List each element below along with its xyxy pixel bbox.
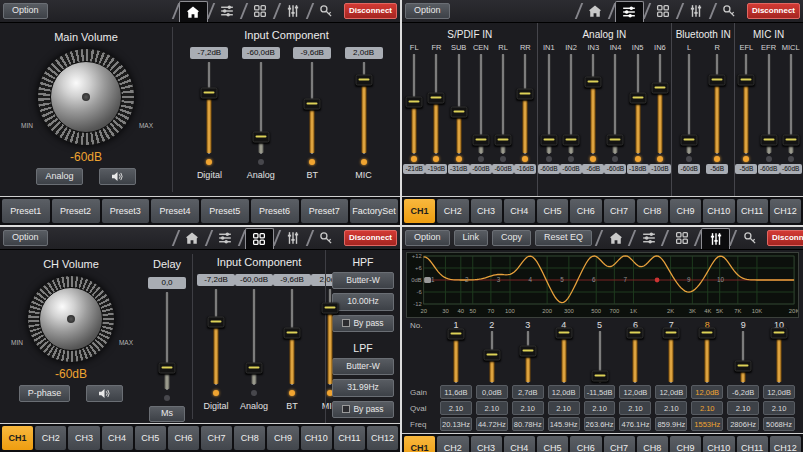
preset-tab-preset5[interactable]: Preset5 [201,199,249,223]
slider-knob[interactable] [607,135,624,146]
channel-tab-ch4[interactable]: CH4 [504,436,535,452]
nav-home-tab[interactable] [582,1,609,21]
preset-tab-preset6[interactable]: Preset6 [251,199,299,223]
band-9-freq-value[interactable]: 2806Hz [727,417,759,431]
mute-button[interactable] [99,168,136,185]
channel-tab-ch9[interactable]: CH9 [267,426,298,450]
channel-tab-ch4[interactable]: CH4 [102,426,133,450]
l-slider[interactable] [681,54,697,154]
band-9-slider[interactable] [735,331,751,383]
hpf-type-button[interactable]: Butter-W [332,272,394,289]
in5-slider[interactable] [630,54,646,154]
band-5-gain-value[interactable]: -11,5dB [584,385,616,399]
channel-tab-ch8[interactable]: CH8 [234,426,265,450]
channel-tab-ch3[interactable]: CH3 [471,436,502,452]
nav-matrix-tab[interactable] [247,1,274,21]
nav-mixer-tab[interactable] [635,228,662,248]
slider-knob[interactable] [201,88,218,99]
band-8-gain-value[interactable]: 12,0dB [691,385,723,399]
in1-slider[interactable] [541,54,557,154]
band-7-qval-value[interactable]: 2.10 [655,401,687,415]
digital-slider[interactable] [201,62,217,154]
slider-knob[interactable] [555,328,572,339]
digital-slider[interactable] [208,289,224,385]
slider-knob[interactable] [517,89,534,100]
option-button[interactable]: Option [405,230,450,246]
band-9-gain-value[interactable]: -6,2dB [727,385,759,399]
band-1-slider[interactable] [448,331,464,383]
slider-knob[interactable] [563,135,580,146]
option-button[interactable]: Option [3,230,48,246]
slider-knob[interactable] [629,93,646,104]
channel-tab-ch12[interactable]: CH12 [367,426,398,450]
in2-slider[interactable] [563,54,579,154]
channel-tab-ch4[interactable]: CH4 [504,199,535,223]
slider-knob[interactable] [651,83,668,94]
band-3-freq-value[interactable]: 80.78Hz [512,417,544,431]
band-2-freq-value[interactable]: 44.72Hz [476,417,508,431]
nav-home-tab[interactable] [179,1,208,22]
delay-unit-button[interactable]: Ms [149,406,185,422]
nav-matrix-tab[interactable] [668,228,695,248]
mic-slider[interactable] [322,289,338,385]
channel-tab-ch10[interactable]: CH10 [301,426,332,450]
micl-slider[interactable] [783,54,799,154]
disconnect-button[interactable]: Disconnect [344,230,397,247]
nav-mixer-tab[interactable] [212,228,239,248]
band-1-freq-value[interactable]: 20.13Hz [440,417,472,431]
slider-knob[interactable] [709,75,726,86]
channel-tab-ch1[interactable]: CH1 [404,199,435,223]
nav-mixer-tab[interactable] [615,1,644,22]
preset-tab-preset1[interactable]: Preset1 [2,199,50,223]
p-phase-button[interactable]: P-phase [19,385,71,402]
nav-key-tab[interactable] [716,1,743,21]
mic-slider[interactable] [356,62,372,154]
channel-tab-ch6[interactable]: CH6 [570,199,601,223]
option-button[interactable]: Option [3,3,48,19]
channel-tab-ch2[interactable]: CH2 [35,426,66,450]
r-slider[interactable] [709,54,725,154]
disconnect-button[interactable]: Disconnect [767,230,803,247]
ch-volume-knob[interactable]: MIN MAX [28,276,114,362]
in3-slider[interactable] [585,54,601,154]
band-10-gain-value[interactable]: 12,0dB [763,385,795,399]
band-8-qval-value[interactable]: 2.10 [691,401,723,415]
band-5-qval-value[interactable]: 2.10 [584,401,616,415]
slider-knob[interactable] [771,328,788,339]
in4-slider[interactable] [607,54,623,154]
band-4-freq-value[interactable]: 145.9Hz [548,417,580,431]
band-7-slider[interactable] [663,331,679,383]
sub-slider[interactable] [451,54,467,154]
band-10-qval-value[interactable]: 2.10 [763,401,795,415]
slider-knob[interactable] [304,99,321,110]
option-button[interactable]: Option [405,3,450,19]
analog-slider[interactable] [253,62,269,154]
band-1-qval-value[interactable]: 2.10 [440,401,472,415]
band-2-gain-value[interactable]: 0,0dB [476,385,508,399]
fr-slider[interactable] [428,54,444,154]
slider-knob[interactable] [246,362,263,373]
slider-knob[interactable] [322,303,339,314]
preset-tab-preset7[interactable]: Preset7 [301,199,349,223]
nav-home-tab[interactable] [179,228,206,248]
slider-knob[interactable] [450,107,467,118]
slider-knob[interactable] [159,363,176,374]
band-10-slider[interactable] [771,331,787,383]
slider-knob[interactable] [591,370,608,381]
slider-knob[interactable] [447,329,464,340]
channel-tab-ch8[interactable]: CH8 [637,199,668,223]
hpf-bypass-button[interactable]: By pass [332,315,394,332]
mute-button[interactable] [86,385,123,402]
band-4-gain-value[interactable]: 12,0dB [548,385,580,399]
lpf-type-button[interactable]: Butter-W [332,358,394,375]
nav-key-tab[interactable] [313,228,340,248]
lpf-bypass-button[interactable]: By pass [332,401,394,418]
nav-eq-tab[interactable] [701,228,730,249]
slider-knob[interactable] [585,77,602,88]
band-2-qval-value[interactable]: 2.10 [476,401,508,415]
cen-slider[interactable] [473,54,489,154]
channel-tab-ch8[interactable]: CH8 [637,436,668,452]
band-3-gain-value[interactable]: 2,7dB [512,385,544,399]
slider-knob[interactable] [428,93,445,104]
channel-tab-ch6[interactable]: CH6 [570,436,601,452]
